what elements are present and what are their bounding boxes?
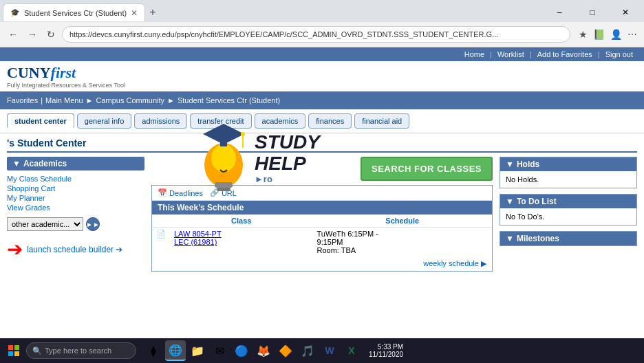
first-text: first: [51, 64, 76, 81]
cuny-logo-wordmark: CUNYfirst: [7, 64, 125, 82]
my-class-schedule-link[interactable]: My Class Schedule: [7, 175, 144, 183]
main-menu-breadcrumb[interactable]: Main Menu: [45, 96, 83, 104]
favorites-breadcrumb[interactable]: Favorites: [7, 96, 38, 104]
tabs-row: student center general info admissions t…: [0, 109, 644, 133]
active-tab[interactable]: 🎓 Student Services Ctr (Student) ✕: [3, 3, 145, 21]
milestones-header: ▼ Milestones: [500, 232, 636, 245]
maximize-button[interactable]: □: [577, 3, 608, 21]
sign-out-link[interactable]: Sign out: [601, 50, 637, 58]
app7[interactable]: 🔶: [275, 340, 296, 361]
todo-title: To Do List: [517, 197, 557, 206]
more-icon[interactable]: ⋯: [626, 28, 638, 41]
windows-logo-icon: [8, 345, 19, 356]
schedule-box: 📅 Deadlines 🔗 URL This Week's Schedule C…: [151, 185, 493, 272]
right-column: ▼ Holds No Holds. ▼ To Do List No To Do'…: [500, 157, 637, 277]
home-link[interactable]: Home: [460, 50, 489, 58]
file-explorer-app[interactable]: 📁: [187, 340, 208, 361]
schedule-title: This Week's Schedule: [152, 201, 492, 214]
tab-bar: 🎓 Student Services Ctr (Student) ✕ + – □…: [0, 0, 644, 22]
weekly-schedule-link-container: weekly schedule ▶: [152, 256, 492, 271]
favorites-icon[interactable]: ★: [577, 28, 589, 41]
holds-header: ▼ Holds: [500, 157, 636, 171]
todo-arrow-icon: ▼: [506, 197, 514, 206]
academics-links: My Class Schedule Shopping Cart My Plann…: [7, 175, 144, 212]
mail-app[interactable]: ✉: [209, 340, 230, 361]
launch-schedule-builder-link[interactable]: launch schedule builder ➔: [27, 245, 122, 254]
tab-financial-aid[interactable]: financial aid: [354, 113, 409, 129]
profile-icon[interactable]: 👤: [609, 28, 623, 41]
page-title: 's Student Center: [7, 138, 637, 153]
holds-title: Holds: [517, 160, 539, 169]
close-button[interactable]: ✕: [610, 3, 641, 21]
cuny-topnav: Home | Worklist | Add to Favorites | Sig…: [0, 47, 644, 61]
start-button[interactable]: [4, 344, 23, 358]
holds-arrow-icon: ▼: [506, 160, 514, 169]
my-planner-link[interactable]: My Planner: [7, 194, 144, 202]
excel-app[interactable]: X: [341, 340, 362, 361]
edge-browser-app[interactable]: 🌐: [165, 340, 186, 361]
svg-rect-1: [14, 345, 19, 350]
app6[interactable]: 🦊: [253, 340, 274, 361]
url-link[interactable]: 🔗 URL: [210, 188, 237, 197]
app5[interactable]: 🔵: [231, 340, 252, 361]
deadlines-icon-link[interactable]: 📅 Deadlines: [158, 188, 203, 197]
link-icon: 🔗: [210, 188, 219, 197]
add-to-favorites-link[interactable]: Add to Favorites: [533, 50, 597, 58]
minimize-button[interactable]: –: [544, 3, 575, 21]
forward-button[interactable]: →: [25, 28, 40, 41]
refresh-button[interactable]: ↻: [44, 28, 58, 41]
main-content: 's Student Center ▼ Academics My Class S…: [0, 133, 644, 281]
tab-finances[interactable]: finances: [308, 113, 352, 129]
holds-panel: ▼ Holds No Holds.: [500, 157, 637, 188]
tab-icon: 🎓: [10, 8, 20, 17]
breadcrumb-arrow2: ►: [167, 96, 175, 104]
address-input[interactable]: [62, 26, 570, 43]
shopping-cart-link[interactable]: Shopping Cart: [7, 184, 144, 192]
schedule-col-header: Schedule: [313, 214, 492, 228]
back-button[interactable]: ←: [6, 28, 21, 41]
table-row: 📄 LAW 8054-PTLEC (61981) TuWeTh 6:15PM -…: [152, 228, 492, 257]
tab-transfer-credit[interactable]: transfer credit: [190, 113, 251, 129]
content-grid: ▼ Academics My Class Schedule Shopping C…: [7, 157, 637, 277]
milestones-title: Milestones: [517, 234, 559, 243]
class-col-header: Class: [170, 214, 313, 228]
red-arrow-icon: ➔: [7, 238, 23, 261]
search-for-classes-button[interactable]: Search For Classes: [361, 157, 493, 181]
academics-arrow-icon: ▼: [12, 159, 21, 168]
cuny-logo: CUNYfirst Fully Integrated Resources & S…: [7, 64, 125, 89]
tab-admissions[interactable]: admissions: [134, 113, 187, 129]
word-app[interactable]: W: [319, 340, 340, 361]
tab-general-info[interactable]: general info: [77, 113, 132, 129]
browser-chrome: 🎓 Student Services Ctr (Student) ✕ + – □…: [0, 0, 644, 47]
campus-community-breadcrumb[interactable]: Campus Community: [96, 96, 164, 104]
date-display: 11/11/2020: [369, 351, 403, 358]
cuny-header: CUNYfirst Fully Integrated Resources & S…: [0, 61, 644, 91]
academics-dropdown[interactable]: other academic...enrollmentgradestransfe…: [7, 217, 83, 231]
cuny-text: CUNY: [7, 64, 51, 81]
tab-close-btn[interactable]: ✕: [131, 8, 138, 18]
current-page-breadcrumb: Student Services Ctr (Student): [178, 96, 280, 104]
go-button[interactable]: ►►: [86, 217, 100, 231]
taskbar-search[interactable]: 🔍 Type here to search: [26, 342, 136, 359]
milestones-panel: ▼ Milestones: [500, 231, 637, 246]
class-col-icon: [152, 214, 170, 228]
svg-rect-3: [14, 351, 19, 356]
milestones-arrow-icon: ▼: [506, 234, 514, 243]
app8[interactable]: 🎵: [297, 340, 318, 361]
tab-academics[interactable]: academics: [255, 113, 306, 129]
weekly-schedule-link[interactable]: weekly schedule ▶: [423, 259, 486, 267]
search-placeholder: Type here to search: [45, 346, 111, 355]
svg-rect-2: [8, 351, 13, 356]
schedule-tools: 📅 Deadlines 🔗 URL: [152, 186, 492, 201]
task-view-button[interactable]: ⧫: [143, 340, 164, 361]
breadcrumb-arrow1: ►: [86, 96, 94, 104]
new-tab-button[interactable]: +: [145, 6, 160, 19]
tab-student-center[interactable]: student center: [7, 113, 74, 129]
schedule-cell: TuWeTh 6:15PM -9:15PMRoom: TBA: [313, 228, 492, 257]
view-grades-link[interactable]: View Grades: [7, 204, 144, 212]
class-link[interactable]: LAW 8054-PTLEC (61981): [174, 230, 222, 246]
tab-title: Student Services Ctr (Student): [24, 9, 127, 17]
taskbar: 🔍 Type here to search ⧫ 🌐 📁 ✉ 🔵 🦊 🔶 🎵 W …: [0, 338, 644, 363]
collections-icon[interactable]: 📗: [592, 28, 606, 41]
worklist-link[interactable]: Worklist: [493, 50, 528, 58]
